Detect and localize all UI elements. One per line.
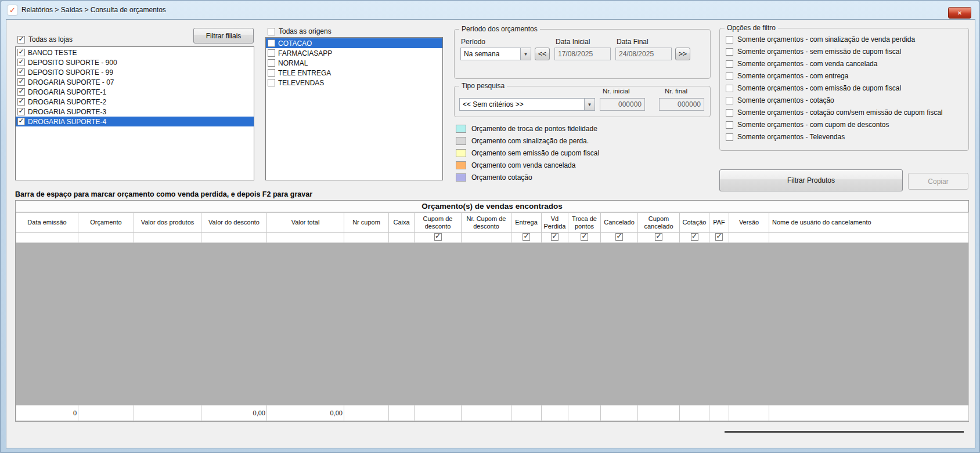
checkbox-icon[interactable] (17, 98, 25, 106)
checkbox-icon[interactable] (726, 121, 733, 129)
grid-totals-row: 0 0,00 0,00 (16, 405, 969, 421)
checkbox-icon[interactable] (17, 59, 25, 66)
period-label: Período (461, 38, 485, 46)
store-list-item[interactable]: DEPOSITO SUPORTE - 99 (16, 67, 254, 77)
filter-cell[interactable] (568, 233, 601, 243)
origins-listbox[interactable]: COTACAO FARMACIASAPP NORMAL TELE ENTREGA… (265, 37, 443, 180)
end-date-input[interactable]: 24/08/2025 (615, 48, 672, 60)
filter-branches-button[interactable]: Filtrar filiais (193, 28, 254, 44)
store-list-item[interactable]: DROGARIA SUPORTE-2 (16, 97, 254, 107)
filter-option[interactable]: Somente orçamentos - com cupom de descon… (726, 121, 889, 129)
store-list-item[interactable]: DEPOSITO SUPORTE - 900 (16, 57, 254, 67)
checkbox-icon[interactable] (17, 118, 25, 125)
checkbox-icon[interactable] (268, 69, 275, 77)
origin-label: FARMACIASAPP (278, 49, 332, 57)
checkbox-icon[interactable] (726, 85, 733, 92)
period-next-button[interactable]: >> (675, 48, 690, 60)
filter-cell[interactable] (680, 233, 709, 243)
checkbox-icon[interactable] (655, 233, 662, 241)
checkbox-icon[interactable] (523, 233, 530, 241)
all-origins-checkbox[interactable]: Todas as origens (268, 27, 332, 35)
filter-cell[interactable] (638, 233, 680, 243)
origin-list-item[interactable]: NORMAL (266, 58, 442, 68)
filter-cell[interactable] (709, 233, 729, 243)
checkbox-icon[interactable] (17, 78, 25, 86)
checkbox-icon[interactable] (551, 233, 559, 241)
checkbox-icon[interactable] (691, 233, 698, 241)
store-list-item[interactable]: DROGARIA SUPORTE-1 (16, 87, 254, 97)
checkbox-icon[interactable] (726, 73, 733, 80)
filter-option[interactable]: Somente orçamentos - Televendas (726, 133, 845, 141)
checkbox-icon[interactable] (17, 49, 25, 56)
chevron-down-icon: ▼ (520, 48, 531, 60)
filter-products-button[interactable]: Filtrar Produtos (719, 169, 903, 191)
checkbox-icon[interactable] (715, 233, 723, 241)
filter-option[interactable]: Somente orçamentos - sem emissão de cupo… (726, 48, 901, 56)
origin-list-item[interactable]: TELEVENDAS (266, 78, 442, 88)
totals-cell (709, 405, 729, 421)
store-list-item[interactable]: DROGARIA SUPORTE-3 (16, 107, 254, 117)
period-select[interactable]: Na semana ▼ (460, 48, 531, 60)
checkbox-icon[interactable] (434, 233, 442, 241)
horizontal-scrollbar[interactable] (725, 431, 964, 433)
checkbox-icon[interactable] (268, 79, 275, 86)
filter-option[interactable]: Somente orçamentos - com venda cancelada (726, 60, 877, 68)
filter-cell[interactable] (542, 233, 568, 243)
filter-option[interactable]: Somente orçamentos - com entrega (726, 72, 848, 80)
checkbox-icon[interactable] (726, 36, 733, 44)
checkbox-icon[interactable] (17, 68, 25, 76)
all-stores-checkbox[interactable]: Todas as lojas (17, 35, 73, 44)
checkbox-icon[interactable] (268, 59, 275, 67)
store-list-item[interactable]: BANCO TESTE (16, 48, 254, 57)
checkbox-icon[interactable] (268, 28, 275, 35)
origin-list-item[interactable]: TELE ENTREGA (266, 68, 442, 78)
checkbox-icon[interactable] (726, 109, 733, 117)
nr-initial-input[interactable]: 000000 (600, 98, 645, 111)
filter-cell[interactable] (601, 233, 638, 243)
filter-cell[interactable] (511, 233, 542, 243)
filter-cell[interactable] (415, 233, 462, 243)
store-label: DROGARIA SUPORTE-2 (28, 98, 106, 106)
window-titlebar[interactable]: ✓ Relatórios > Saídas > Consulta de orça… (1, 1, 979, 19)
column-header: Nr. Cupom de desconto (462, 213, 511, 233)
store-list-item[interactable]: DROGARIA SUPORTE-4 (16, 117, 254, 126)
origin-list-item[interactable]: FARMACIASAPP (266, 48, 442, 58)
legend-color-swatch (456, 137, 466, 145)
checkbox-icon[interactable] (581, 233, 588, 241)
filter-option[interactable]: Somente orçamentos - cotação com/sem emi… (726, 108, 942, 117)
filter-option[interactable]: Somente orçamentos - com sinalização de … (726, 35, 915, 44)
filter-cell (344, 233, 389, 243)
checkbox-icon[interactable] (17, 88, 25, 96)
checkbox-icon[interactable] (726, 133, 733, 141)
legend-label: Orçamento de troca de pontos fidelidade (471, 125, 597, 133)
origin-list-item[interactable]: COTACAO (266, 38, 442, 48)
checkbox-icon[interactable] (726, 97, 733, 104)
nr-final-input[interactable]: 000000 (659, 98, 704, 111)
search-criteria-select[interactable]: << Sem critérios >> ▼ (459, 98, 595, 111)
close-button[interactable]: ✕ (948, 7, 971, 19)
filter-option-label: Somente orçamentos - com venda cancelada (737, 60, 877, 68)
checkbox-icon[interactable] (17, 36, 25, 44)
checkbox-icon[interactable] (726, 60, 733, 68)
filter-option[interactable]: Somente orçamentos - cotação (726, 96, 834, 104)
filter-option[interactable]: Somente orçamentos - com emissão de cupo… (726, 84, 901, 92)
origin-label: COTACAO (278, 39, 312, 48)
filter-cell (78, 233, 134, 243)
start-date-input[interactable]: 17/08/2025 (554, 48, 611, 60)
checkbox-icon[interactable] (268, 49, 275, 57)
period-prev-button[interactable]: << (535, 48, 550, 60)
stores-listbox[interactable]: BANCO TESTE DEPOSITO SUPORTE - 900 DEPOS… (15, 46, 254, 180)
legend-item: Orçamento com sinalização de perda. (456, 137, 589, 145)
checkbox-icon[interactable] (615, 233, 623, 241)
filter-cell (729, 233, 769, 243)
totals-cell (78, 405, 134, 421)
window-title: Relatórios > Saídas > Consulta de orçame… (21, 6, 166, 14)
checkbox-icon[interactable] (268, 39, 275, 47)
store-list-item[interactable]: DROGARIA SUPORTE - 07 (16, 77, 254, 87)
totals-cell: 0 (16, 405, 78, 421)
checkbox-icon[interactable] (17, 108, 25, 115)
totals-cell (415, 405, 462, 421)
checkbox-icon[interactable] (726, 48, 733, 56)
store-label: BANCO TESTE (28, 49, 77, 57)
copy-button[interactable]: Copiar (908, 173, 968, 190)
